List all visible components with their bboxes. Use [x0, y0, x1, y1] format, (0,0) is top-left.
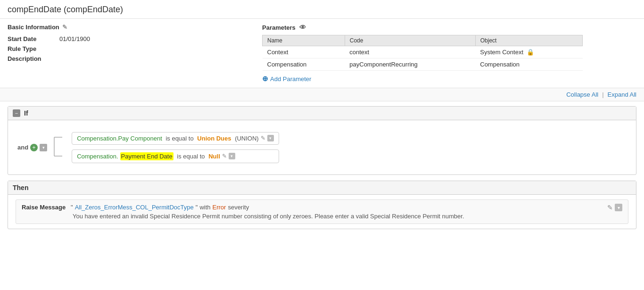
collapse-all-button[interactable]: Collapse All	[566, 91, 598, 98]
conditions-group: and + ▾	[17, 128, 627, 167]
then-header: Then	[8, 181, 636, 195]
action-severity-label: severity	[228, 204, 249, 211]
eye-icon[interactable]: 👁	[299, 24, 306, 31]
lock-icon: 🔒	[527, 49, 534, 56]
then-body: Raise Message " All_Zeros_ErrorMess_COL_…	[8, 195, 636, 229]
basic-info-panel: Basic Information ✎ Start Date 01/01/190…	[8, 24, 243, 83]
action-quote-open: "	[71, 204, 73, 211]
action-quote-close: "	[196, 204, 198, 211]
action-description: You have entered an invalid Special Resi…	[22, 213, 603, 220]
then-label: Then	[13, 184, 28, 191]
basic-info-edit-icon[interactable]: ✎	[62, 24, 67, 31]
parameters-panel: Parameters 👁 Name Code Object Context co…	[262, 24, 636, 83]
cond2-field-pre: Compensation.	[77, 153, 118, 160]
if-header: − If	[8, 107, 636, 120]
table-row: Context context System Context 🔒	[263, 46, 583, 58]
cond1-value: Union Dues	[197, 135, 231, 142]
cond1-field: Compensation.Pay Component	[77, 135, 162, 142]
action-description-text: You have entered an invalid Special Resi…	[73, 213, 464, 220]
rule-body: − If and + ▾	[0, 101, 644, 237]
param-name-2: Compensation	[263, 58, 345, 71]
add-parameter-button[interactable]: ⊕ Add Parameter	[262, 75, 636, 83]
action-severity: Error	[213, 204, 226, 211]
col-name: Name	[263, 35, 345, 46]
if-collapse-button[interactable]: −	[13, 109, 20, 117]
action-type-label: Raise Message	[22, 204, 69, 211]
connector-lines	[53, 128, 63, 167]
action-with-label: with	[199, 204, 210, 211]
col-object: Object	[475, 35, 582, 46]
page-header: compEndDate (compEndDate)	[0, 0, 644, 19]
param-code-2: payComponentRecurring	[345, 58, 475, 71]
cond2-dropdown-button[interactable]: ▾	[229, 153, 235, 159]
start-date-label: Start Date	[8, 35, 59, 42]
cond1-op: is equal to	[164, 135, 196, 142]
start-date-value: 01/01/1900	[59, 35, 90, 42]
expand-all-button[interactable]: Expand All	[608, 91, 636, 98]
cond2-op: is equal to	[175, 153, 207, 160]
collapse-expand-bar: Collapse All | Expand All	[0, 88, 644, 101]
basic-info-label: Basic Information	[8, 24, 59, 31]
separator: |	[602, 91, 603, 98]
and-controls: and + ▾	[17, 144, 47, 151]
table-row: Compensation payComponentRecurring Compe…	[263, 58, 583, 71]
action-message-name[interactable]: All_Zeros_ErrorMess_COL_PermitDocType	[75, 204, 194, 211]
add-parameter-label: Add Parameter	[270, 75, 311, 83]
action-row: Raise Message " All_Zeros_ErrorMess_COL_…	[16, 199, 628, 224]
parameters-heading: Parameters 👁	[262, 24, 636, 31]
and-label: and	[17, 144, 28, 151]
cond1-edit-icon[interactable]: ✎	[261, 135, 265, 141]
condition-1: Compensation.Pay Component is equal to U…	[72, 132, 279, 145]
parameters-table: Name Code Object Context context System …	[262, 35, 583, 71]
start-date-row: Start Date 01/01/1900	[8, 35, 243, 42]
action-controls: ✎ ▾	[607, 204, 622, 211]
param-object-2: Compensation	[475, 58, 582, 71]
cond2-edit-icon[interactable]: ✎	[222, 153, 227, 159]
param-name-1: Context	[263, 46, 345, 58]
basic-info-heading: Basic Information ✎	[8, 24, 243, 31]
col-code: Code	[345, 35, 475, 46]
param-code-1: context	[345, 46, 475, 58]
parameters-label: Parameters	[262, 24, 296, 31]
rule-type-row: Rule Type	[8, 45, 243, 52]
description-row: Description	[8, 55, 243, 62]
if-label: If	[24, 109, 28, 117]
page-title: compEndDate (compEndDate)	[8, 5, 636, 15]
connector-svg	[53, 128, 63, 166]
rule-type-label: Rule Type	[8, 45, 59, 52]
add-icon: ⊕	[262, 75, 268, 83]
cond2-field-highlight: Payment End Date	[120, 152, 173, 160]
action-edit-icon[interactable]: ✎	[607, 204, 613, 211]
params-table-header: Name Code Object	[263, 35, 583, 46]
description-label: Description	[8, 55, 59, 62]
condition-2: Compensation.Payment End Date is equal t…	[72, 149, 279, 163]
add-condition-button[interactable]: +	[30, 144, 38, 151]
and-dropdown-button[interactable]: ▾	[40, 144, 47, 151]
if-body: and + ▾	[8, 120, 636, 174]
param-object-1: System Context 🔒	[475, 46, 582, 58]
top-section: Basic Information ✎ Start Date 01/01/190…	[0, 19, 644, 88]
cond1-value-extra: (UNION)	[233, 135, 259, 142]
action-dropdown-button[interactable]: ▾	[615, 204, 622, 211]
branch-container: Compensation.Pay Component is equal to U…	[72, 132, 279, 163]
action-content-wrapper: Raise Message " All_Zeros_ErrorMess_COL_…	[22, 204, 603, 220]
if-section: − If and + ▾	[8, 106, 636, 175]
then-section: Then Raise Message " All_Zeros_ErrorMess…	[8, 181, 636, 229]
action-line1: Raise Message " All_Zeros_ErrorMess_COL_…	[22, 204, 603, 211]
cond2-value: Null	[208, 153, 220, 160]
cond1-dropdown-button[interactable]: ▾	[267, 135, 274, 141]
